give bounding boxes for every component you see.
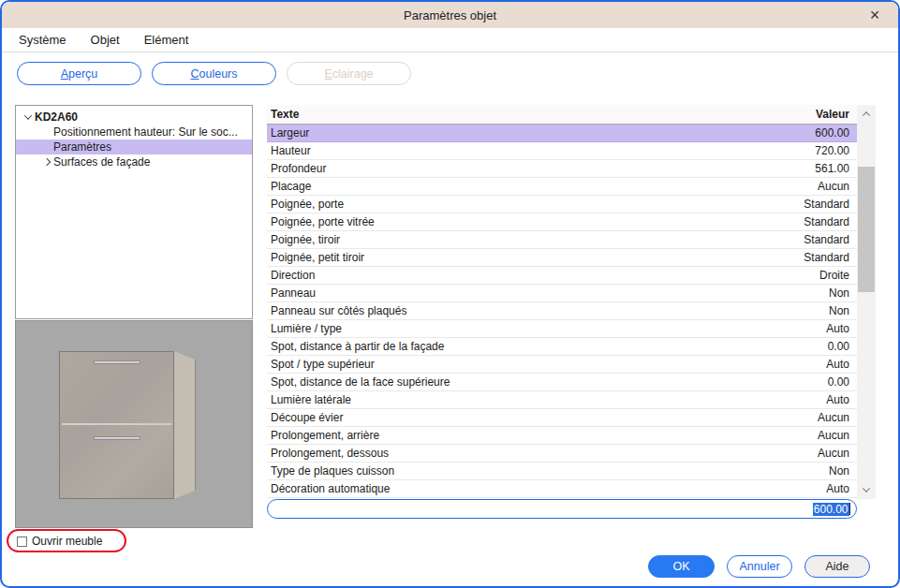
row-value: Auto (826, 358, 857, 371)
table-row[interactable]: Poignée, porteStandard (267, 196, 857, 213)
table-row[interactable]: Poignée, porte vitréeStandard (267, 213, 857, 231)
table-row[interactable]: Panneau sur côtés plaquésNon (267, 302, 857, 320)
row-value: Non (829, 287, 857, 300)
menu-item-objet[interactable]: Objet (91, 33, 120, 47)
drawer-handle-bottom (94, 436, 140, 440)
drawer-divider (62, 423, 171, 425)
row-value: Aucun (818, 429, 857, 442)
chevron-right-icon[interactable] (40, 159, 53, 165)
row-label: Lumière latérale (267, 393, 826, 406)
open-cabinet-option[interactable]: Ouvrir meuble (17, 535, 102, 548)
table-row[interactable]: DirectionDroite (267, 267, 857, 285)
cancel-button[interactable]: Annuler (727, 555, 792, 578)
tree-item[interactable]: Positionnement hauteur: Sur le soc... (16, 125, 252, 140)
table-row[interactable]: Profondeur561.00 (267, 160, 857, 178)
scroll-down-icon[interactable] (857, 480, 876, 499)
menu-item-element[interactable]: Elément (144, 33, 189, 47)
row-value: Non (829, 304, 857, 317)
open-cabinet-label: Ouvrir meuble (32, 535, 102, 548)
tab-couleurs[interactable]: Couleurs (152, 62, 276, 85)
tree-item-label: KD2A60 (35, 110, 78, 124)
cabinet-side-face (174, 351, 196, 499)
title-bar: Paramètres objet × (2, 2, 898, 28)
table-row[interactable]: Poignée, petit tiroirStandard (267, 249, 857, 267)
table-row[interactable]: Prolongement, arrièreAucun (267, 427, 857, 445)
object-parameters-dialog: Paramètres objet × SystèmeObjetElément A… (0, 0, 900, 588)
row-label: Poignée, petit tiroir (267, 251, 804, 264)
row-label: Poignée, porte vitrée (267, 215, 804, 228)
row-value: Aucun (818, 411, 857, 424)
table-row[interactable]: Spot / type supérieurAuto (267, 356, 857, 374)
row-label: Spot, distance à partir de la façade (267, 340, 828, 353)
row-label: Prolongement, arrière (267, 429, 818, 442)
row-label: Profondeur (267, 162, 815, 175)
tree-item[interactable]: KD2A60 (16, 110, 252, 125)
row-value: Non (829, 464, 857, 478)
menu-item-systeme[interactable]: Système (19, 33, 66, 47)
table-row[interactable]: Lumière latéraleAuto (267, 391, 857, 409)
scrollbar-thumb[interactable] (858, 167, 875, 292)
view-toolbar: AperçuCouleursEclairage (17, 62, 411, 85)
row-label: Panneau sur côtés plaqués (267, 304, 829, 317)
header-texte: Texte (267, 108, 816, 121)
row-value: Standard (804, 251, 857, 264)
row-value: Auto (826, 393, 857, 406)
row-value: Aucun (818, 447, 857, 460)
row-label: Direction (267, 269, 819, 282)
row-label: Spot, distance de la face supérieure (267, 375, 828, 389)
dialog-footer: OK Annuler Aide (648, 555, 870, 578)
row-value: 561.00 (815, 162, 857, 175)
tab-eclairage: Eclairage (287, 62, 411, 85)
tree-item[interactable]: Surfaces de façade (16, 154, 252, 169)
value-edit-field[interactable]: 600.00 (267, 499, 857, 519)
cabinet-preview (15, 320, 253, 528)
chevron-down-icon[interactable] (22, 114, 35, 120)
cabinet-front-face (59, 351, 174, 499)
close-icon[interactable]: × (864, 5, 885, 25)
table-row[interactable]: Type de plaques cuissonNon (267, 463, 857, 480)
row-label: Type de plaques cuisson (267, 464, 829, 478)
ok-button[interactable]: OK (648, 555, 715, 578)
scroll-up-icon[interactable] (857, 105, 876, 124)
table-scrollbar[interactable] (857, 105, 876, 499)
row-value: Droite (819, 269, 857, 282)
table-header: Texte Valeur (267, 105, 857, 125)
table-row[interactable]: Découpe évierAucun (267, 409, 857, 427)
table-row[interactable]: PlacageAucun (267, 178, 857, 196)
help-button[interactable]: Aide (804, 555, 870, 578)
row-value: Auto (826, 322, 857, 335)
parameter-table: Texte Valeur Largeur600.00Hauteur720.00P… (267, 105, 857, 498)
menu-bar: SystèmeObjetElément (2, 28, 898, 52)
row-value: Auto (826, 482, 857, 495)
row-value: 0.00 (828, 340, 857, 353)
chevron-placeholder (40, 129, 53, 135)
row-value: Standard (804, 215, 857, 228)
row-label: Hauteur (267, 144, 815, 157)
table-row[interactable]: Prolongement, dessousAucun (267, 445, 857, 463)
table-row[interactable]: Spot, distance à partir de la façade0.00 (267, 338, 857, 356)
tab-apercu[interactable]: Aperçu (17, 62, 141, 85)
tree-item-label: Surfaces de façade (53, 155, 150, 169)
row-label: Décoration automatique (267, 482, 826, 495)
row-label: Découpe évier (267, 411, 818, 424)
table-row[interactable]: Poignée, tiroirStandard (267, 231, 857, 249)
row-label: Spot / type supérieur (267, 358, 826, 371)
table-row[interactable]: Largeur600.00 (267, 125, 857, 142)
table-row[interactable]: Décoration automatiqueAuto (267, 480, 857, 498)
row-value: Standard (804, 198, 857, 211)
table-row[interactable]: Lumière / typeAuto (267, 320, 857, 338)
tree-item-label: Paramètres (53, 140, 111, 154)
table-row[interactable]: PanneauNon (267, 285, 857, 302)
parameter-table-body: Largeur600.00Hauteur720.00Profondeur561.… (267, 125, 857, 498)
row-label: Lumière / type (267, 322, 826, 335)
row-label: Prolongement, dessous (267, 447, 818, 460)
open-cabinet-checkbox[interactable] (17, 537, 27, 547)
row-value: 720.00 (815, 144, 857, 157)
tree-item[interactable]: Paramètres (16, 140, 252, 154)
table-row[interactable]: Hauteur720.00 (267, 142, 857, 160)
table-row[interactable]: Spot, distance de la face supérieure0.00 (267, 374, 857, 391)
row-label: Largeur (267, 126, 815, 140)
chevron-placeholder (40, 144, 53, 150)
row-value: 0.00 (828, 375, 857, 389)
dialog-title: Paramètres objet (404, 8, 496, 22)
